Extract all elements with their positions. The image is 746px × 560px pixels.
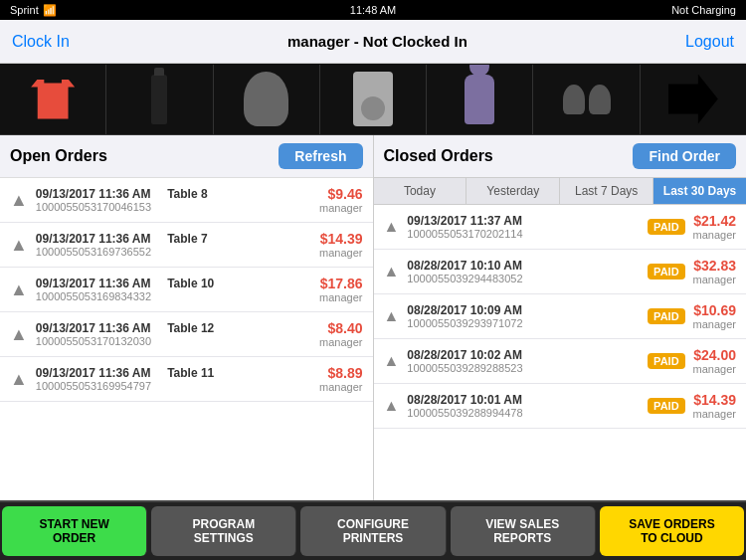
closed-right: $32.83 manager <box>693 258 736 285</box>
nav-title: manager - Not Clocked In <box>287 33 467 50</box>
closed-id: 1000055039289288523 <box>407 362 640 374</box>
order-user: manager <box>319 291 362 303</box>
closed-datetime: 08/28/2017 10:09 AM <box>407 303 640 317</box>
open-orders-title: Open Orders <box>10 147 107 165</box>
order-id: 1000055053169834332 <box>36 290 311 302</box>
cloud-upload-icon: ▲ <box>384 352 400 370</box>
order-price: $9.46 <box>319 186 362 202</box>
toolbar-btn-3[interactable]: VIEW SALESREPORTS <box>451 506 596 556</box>
ad-item-gloves <box>533 65 640 134</box>
closed-order-info: 08/28/2017 10:09 AM 1000055039293971072 <box>407 303 640 329</box>
ad-item-arrow <box>641 65 746 134</box>
closed-datetime: 08/28/2017 10:01 AM <box>407 393 640 407</box>
cloud-upload-icon: ▲ <box>10 235 28 256</box>
logout-button[interactable]: Logout <box>685 33 734 51</box>
closed-price: $21.42 <box>693 213 736 229</box>
order-price: $8.89 <box>319 365 362 381</box>
open-orders-header: Open Orders Refresh <box>0 135 373 177</box>
closed-order-row[interactable]: ▲ 08/28/2017 10:09 AM 100005503929397107… <box>374 294 747 339</box>
status-right: Not Charging <box>671 4 736 16</box>
cloud-upload-icon: ▲ <box>10 369 28 390</box>
order-info: 09/13/2017 11:36 AM Table 7 100005505316… <box>36 232 311 258</box>
closed-orders-header: Closed Orders Find Order <box>374 135 747 177</box>
order-price: $14.39 <box>319 231 362 247</box>
find-order-button[interactable]: Find Order <box>633 143 736 169</box>
order-datetime: 09/13/2017 11:36 AM Table 11 <box>36 366 311 380</box>
closed-user: manager <box>693 318 736 330</box>
toolbar-btn-0[interactable]: START NEWORDER <box>2 506 147 556</box>
cloud-upload-icon: ▲ <box>10 280 28 300</box>
closed-id: 1000055039293971072 <box>407 317 640 329</box>
closed-right: $14.39 manager <box>693 392 736 420</box>
paid-badge: PAID <box>648 398 684 414</box>
order-id: 1000055053170132030 <box>36 335 311 347</box>
closed-tab-last-7-days[interactable]: Last 7 Days <box>560 178 653 204</box>
ad-item-head <box>214 65 320 134</box>
closed-tab-last-30-days[interactable]: Last 30 Days <box>653 178 746 204</box>
bottom-toolbar: START NEWORDERPROGRAMSETTINGSCONFIGUREPR… <box>0 500 746 560</box>
ad-item-person <box>427 65 533 134</box>
status-left: Sprint 📶 <box>10 4 57 17</box>
closed-tab-today[interactable]: Today <box>374 178 467 204</box>
main-content: Open Orders Refresh ▲ 09/13/2017 11:36 A… <box>0 135 746 500</box>
portrait-icon <box>353 72 393 126</box>
person-icon <box>465 75 494 124</box>
closed-order-row[interactable]: ▲ 09/13/2017 11:37 AM 100005505317020211… <box>374 205 747 250</box>
cloud-upload-icon: ▲ <box>384 263 400 280</box>
closed-orders-title: Closed Orders <box>384 147 493 165</box>
order-datetime: 09/13/2017 11:36 AM Table 10 <box>36 277 311 290</box>
status-time: 11:48 AM <box>350 4 396 16</box>
nav-bar: Clock In manager - Not Clocked In Logout <box>0 20 746 64</box>
order-right: $8.89 manager <box>319 365 362 393</box>
open-order-row[interactable]: ▲ 09/13/2017 11:36 AM Table 12 100005505… <box>0 312 373 357</box>
order-id: 1000055053169954797 <box>36 380 311 392</box>
carrier-label: Sprint <box>10 4 39 16</box>
order-right: $9.46 manager <box>319 186 362 214</box>
open-order-row[interactable]: ▲ 09/13/2017 11:36 AM Table 10 100005505… <box>0 268 373 312</box>
battery-label: Not Charging <box>671 4 736 16</box>
closed-right: $24.00 manager <box>693 347 736 375</box>
ad-item-bottle <box>106 65 213 134</box>
closed-order-info: 08/28/2017 10:02 AM 1000055039289288523 <box>407 348 640 374</box>
closed-orders-list: ▲ 09/13/2017 11:37 AM 100005505317020211… <box>374 205 747 500</box>
cloud-upload-icon: ▲ <box>10 324 28 345</box>
closed-order-info: 08/28/2017 10:10 AM 1000055039294483052 <box>407 259 640 284</box>
closed-price: $10.69 <box>693 302 736 318</box>
clock-in-button[interactable]: Clock In <box>12 33 70 51</box>
toolbar-btn-4[interactable]: SAVE ORDERSTO CLOUD <box>600 506 744 556</box>
closed-order-row[interactable]: ▲ 08/28/2017 10:02 AM 100005503928928852… <box>374 339 747 384</box>
paid-badge: PAID <box>648 353 684 369</box>
closed-order-row[interactable]: ▲ 08/28/2017 10:10 AM 100005503929448305… <box>374 250 747 294</box>
open-order-row[interactable]: ▲ 09/13/2017 11:36 AM Table 11 100005505… <box>0 357 373 402</box>
status-bar: Sprint 📶 11:48 AM Not Charging <box>0 0 746 20</box>
open-orders-panel: Open Orders Refresh ▲ 09/13/2017 11:36 A… <box>0 135 374 500</box>
paid-badge: PAID <box>648 219 684 235</box>
toolbar-btn-2[interactable]: CONFIGUREPRINTERS <box>300 506 446 556</box>
closed-datetime: 08/28/2017 10:02 AM <box>407 348 640 362</box>
closed-user: manager <box>693 408 736 420</box>
ad-item-tshirt <box>0 65 106 134</box>
refresh-button[interactable]: Refresh <box>279 143 362 169</box>
order-info: 09/13/2017 11:36 AM Table 10 10000550531… <box>36 277 311 302</box>
closed-id: 1000055039294483052 <box>407 273 640 284</box>
closed-tab-yesterday[interactable]: Yesterday <box>466 178 560 204</box>
order-price: $17.86 <box>319 276 362 291</box>
order-right: $17.86 manager <box>319 276 362 303</box>
open-order-row[interactable]: ▲ 09/13/2017 11:36 AM Table 7 1000055053… <box>0 223 373 268</box>
toolbar-btn-1[interactable]: PROGRAMSETTINGS <box>151 506 296 556</box>
order-user: manager <box>319 202 362 214</box>
order-user: manager <box>319 336 362 348</box>
gloves-icon <box>563 85 611 114</box>
closed-order-info: 09/13/2017 11:37 AM 1000055053170202114 <box>407 214 640 240</box>
order-price: $8.40 <box>319 320 362 336</box>
closed-price: $32.83 <box>693 258 736 274</box>
cloud-upload-icon: ▲ <box>10 190 28 211</box>
order-user: manager <box>319 247 362 259</box>
closed-order-row[interactable]: ▲ 08/28/2017 10:01 AM 100005503928899447… <box>374 384 747 429</box>
ad-banner <box>0 64 746 135</box>
wifi-icon: 📶 <box>43 4 57 17</box>
closed-right: $21.42 manager <box>693 213 736 241</box>
bottle-icon <box>151 75 167 124</box>
open-order-row[interactable]: ▲ 09/13/2017 11:36 AM Table 8 1000055053… <box>0 178 373 223</box>
order-info: 09/13/2017 11:36 AM Table 11 10000550531… <box>36 366 311 392</box>
